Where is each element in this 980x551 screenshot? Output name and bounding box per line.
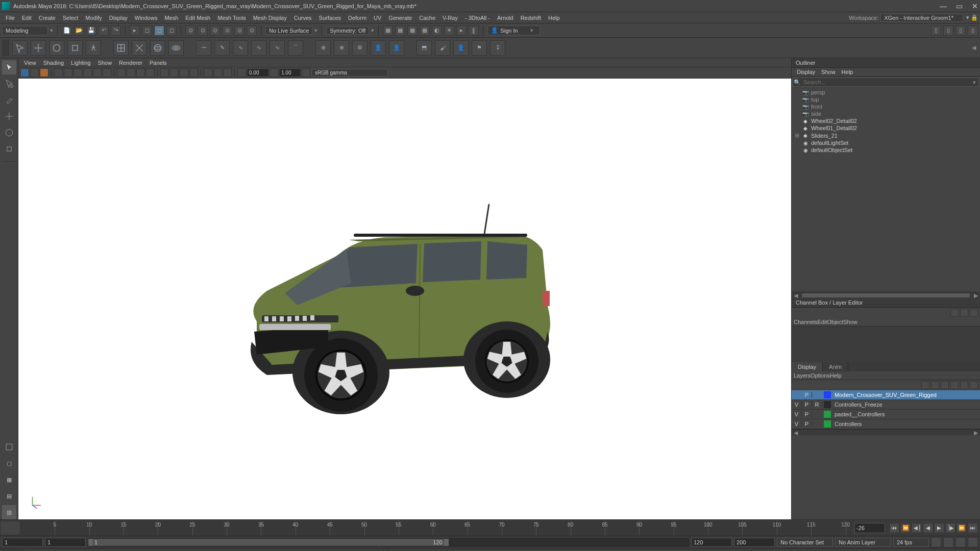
menu-select[interactable]: Select (59, 15, 82, 21)
channel-menu-show[interactable]: Show (843, 319, 857, 325)
menu-display[interactable]: Display (106, 15, 131, 21)
channel-menu-channels[interactable]: Channels (794, 319, 817, 325)
layer-scroll-right-icon[interactable]: ▶ (973, 430, 979, 436)
menu-modify[interactable]: Modify (82, 15, 105, 21)
vp-menu-shading[interactable]: Shading (40, 60, 67, 66)
vp-field-chart-button[interactable] (83, 68, 92, 77)
shelf-arc-icon[interactable]: ⌒ (288, 40, 303, 56)
lasso-button[interactable]: ◻ (142, 26, 152, 36)
maximize-button[interactable]: ▭ (956, 2, 963, 10)
move-tool[interactable] (2, 109, 16, 123)
new-scene-button[interactable]: 📄 (62, 26, 72, 36)
layer-color-swatch[interactable] (824, 420, 831, 428)
outliner-node[interactable]: ◆Wheel01_Detail02 (792, 124, 980, 132)
outliner-hscroll[interactable]: ◀ ▶ (792, 292, 980, 298)
vp-gamma-icon[interactable] (270, 68, 278, 77)
layer-v-cell[interactable]: V (792, 421, 802, 427)
auto-key-button[interactable] (931, 537, 941, 547)
layer-p-cell[interactable]: P (802, 392, 812, 398)
select-tool[interactable] (2, 60, 16, 74)
vp-colorspace-select[interactable]: sRGB gamma (311, 69, 388, 77)
vp-film-gate-button[interactable] (54, 68, 63, 77)
layout-four-button[interactable]: ▦ (2, 472, 16, 487)
range-end-inner-field[interactable] (691, 538, 732, 547)
hypershade-button[interactable]: ◐ (432, 26, 442, 36)
goto-start-button[interactable]: ⏮ (889, 523, 899, 533)
cmd-extra-button[interactable] (968, 549, 978, 552)
undo-button[interactable]: ↶ (99, 26, 109, 36)
layout-single-button[interactable]: ▢ (2, 456, 16, 470)
outliner-node[interactable]: ◉defaultLightSet (792, 139, 980, 146)
shelf-curve-icon[interactable]: 〜 (196, 40, 211, 56)
range-track[interactable]: 1 120 (88, 538, 689, 546)
shelf-select-icon[interactable] (12, 40, 28, 56)
render-settings-button[interactable]: ▦ (420, 26, 430, 36)
shelf-tab-grip[interactable] (2, 40, 9, 56)
sign-in-button[interactable]: 👤Sign In▾ (487, 26, 540, 35)
shelf-move-icon[interactable] (31, 40, 46, 56)
close-button[interactable]: ✕ (972, 2, 978, 10)
play-forward-button[interactable]: ▶ (934, 523, 944, 533)
range-start-outer-field[interactable] (2, 538, 43, 547)
rotate-tool[interactable] (2, 126, 16, 140)
layer-menu-layers[interactable]: Layers (794, 372, 811, 379)
outliner-search-input[interactable] (801, 78, 970, 86)
shelf-bezier-icon[interactable]: ∿ (270, 40, 285, 56)
shelf-human-icon[interactable]: 👤 (371, 40, 386, 56)
vp-aa-button[interactable] (189, 68, 198, 77)
shelf-export-icon[interactable]: ↧ (490, 40, 505, 56)
paint-select-button[interactable]: ◻ (154, 26, 164, 36)
snap-view-button[interactable]: ⊙ (247, 26, 257, 36)
vp-safe-title-button[interactable] (103, 68, 111, 77)
layer-menu-options[interactable]: Options (811, 372, 830, 379)
layer-row[interactable]: VPRControllers_Freeze (792, 400, 980, 410)
light-editor-button[interactable]: ☀ (444, 26, 454, 36)
shelf-rig-icon[interactable] (86, 40, 101, 56)
set-key-button[interactable] (943, 537, 953, 547)
layout-persp-button[interactable]: ▥ (2, 505, 16, 519)
layer-list[interactable]: PModern_Crossover_SUV_Green_RiggedVPRCon… (792, 390, 980, 429)
menu-arnold[interactable]: Arnold (494, 15, 517, 21)
menu-surfaces[interactable]: Surfaces (315, 15, 345, 21)
layer-color-swatch[interactable] (824, 391, 831, 398)
fps-select[interactable]: 24 fps (893, 538, 929, 547)
layer-move-up-button[interactable] (921, 381, 929, 389)
layer-color-swatch[interactable] (824, 401, 831, 408)
vp-safe-action-button[interactable] (93, 68, 102, 77)
layer-p-cell[interactable]: P (802, 421, 812, 427)
tab-display[interactable]: Display (792, 362, 823, 371)
character-set-select[interactable]: No Character Set (777, 538, 833, 547)
layer-hscroll[interactable]: ◀ ▶ (792, 429, 980, 435)
script-editor-button[interactable] (955, 549, 966, 552)
panel-layout-1-button[interactable]: ▯ (931, 26, 941, 36)
open-scene-button[interactable]: 📂 (74, 26, 84, 36)
snap-plane-button[interactable]: ⊙ (222, 26, 232, 36)
layer-new-empty-button[interactable] (960, 381, 968, 389)
layer-p-cell[interactable]: P (802, 411, 812, 417)
panel-layout-2-button[interactable]: ▯ (943, 26, 953, 36)
scroll-right-icon[interactable]: ▶ (973, 292, 979, 298)
vp-shaded-button[interactable] (127, 68, 135, 77)
vp-menu-panels[interactable]: Panels (146, 60, 170, 66)
shelf-lattice-icon[interactable] (113, 40, 129, 56)
layer-move-down-button[interactable] (931, 381, 939, 389)
layer-left-button[interactable] (941, 381, 949, 389)
timeline-grip[interactable] (0, 521, 20, 535)
goto-end-button[interactable]: ⏭ (968, 523, 978, 533)
snap-grid-button[interactable]: ⊙ (185, 26, 195, 36)
render-seq-button[interactable]: ▦ (407, 26, 418, 36)
vp-isolate-button[interactable] (204, 68, 212, 77)
vp-textured-button[interactable] (136, 68, 145, 77)
tab-anim[interactable]: Anim (823, 362, 848, 371)
outliner-node[interactable]: 📷side (792, 110, 980, 117)
shelf-collapse-icon[interactable]: ◀ (970, 40, 978, 56)
outliner-menu-help[interactable]: Help (839, 68, 856, 76)
shelf-constraint-icon[interactable]: ⬒ (416, 40, 432, 56)
pause-button[interactable]: ‖ (469, 26, 479, 36)
menu--3dtoall-[interactable]: - 3DtoAll - (461, 15, 494, 21)
layout-outliner-button[interactable]: ▤ (2, 489, 16, 503)
render-button[interactable]: ▦ (383, 26, 393, 36)
vp-gate-mask-button[interactable] (74, 68, 82, 77)
select-mode-button[interactable]: ▸ (130, 26, 140, 36)
channel-menu-object[interactable]: Object (827, 319, 843, 325)
